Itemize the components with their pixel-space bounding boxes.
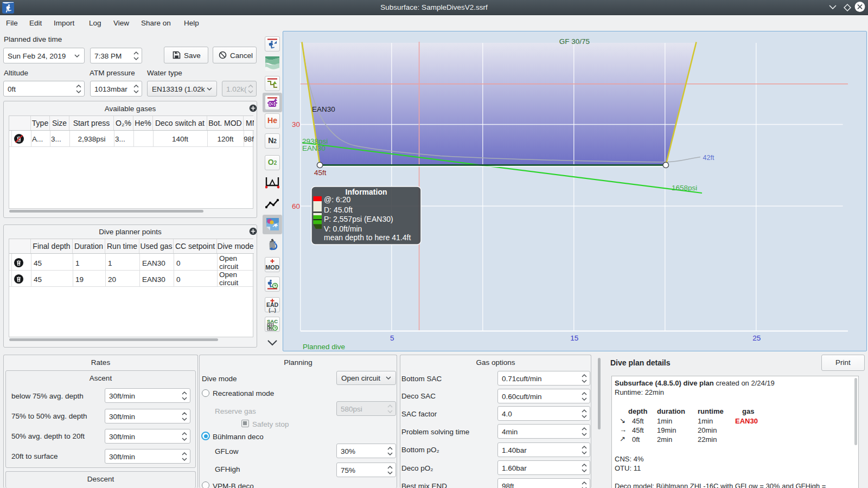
svg-text:42ft: 42ft <box>703 154 714 162</box>
svg-text:Information: Information <box>346 188 387 196</box>
svg-text:Planned dive: Planned dive <box>303 343 345 351</box>
svg-text:@: 6:20: @: 6:20 <box>324 195 350 204</box>
svg-text:25: 25 <box>752 334 761 342</box>
svg-text:V: 0.0ft/min: V: 0.0ft/min <box>324 224 362 233</box>
svg-text:P: 2,557psi (EAN30): P: 2,557psi (EAN30) <box>324 215 393 223</box>
svg-text:60: 60 <box>292 202 300 210</box>
svg-text:EAN30: EAN30 <box>302 144 326 152</box>
svg-text:mean depth to here 41.4ft: mean depth to here 41.4ft <box>324 233 411 242</box>
svg-text:D: 45.0ft: D: 45.0ft <box>324 206 353 214</box>
svg-text:15: 15 <box>570 334 578 342</box>
svg-text:EAN30: EAN30 <box>312 105 335 113</box>
svg-text:30: 30 <box>292 120 300 129</box>
svg-text:5: 5 <box>390 334 394 342</box>
svg-text:GF 30/75: GF 30/75 <box>559 37 590 46</box>
svg-text:1658psi: 1658psi <box>672 184 697 192</box>
svg-text:45ft: 45ft <box>314 169 327 177</box>
